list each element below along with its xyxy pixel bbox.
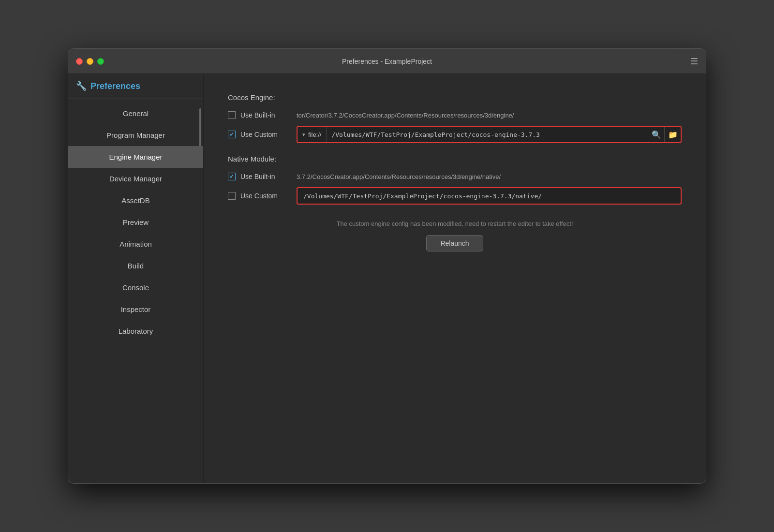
- use-custom-row: Use Custom ▾ file:// /Volumes/WTF/TestPr…: [228, 126, 682, 143]
- native-use-custom-checkbox[interactable]: [228, 192, 236, 200]
- sidebar-title: Preferences: [90, 81, 140, 91]
- minimize-button[interactable]: [87, 58, 93, 65]
- sidebar-item-preview[interactable]: Preview: [68, 211, 203, 233]
- native-custom-path-input[interactable]: [297, 187, 682, 205]
- native-module-title: Native Module:: [228, 155, 682, 163]
- custom-path-input: ▾ file:// /Volumes/WTF/TestProj/ExampleP…: [297, 126, 682, 143]
- search-icon[interactable]: 🔍: [648, 127, 664, 142]
- main-window: Preferences - ExampleProject ☰ 🔧 Prefere…: [68, 48, 706, 484]
- sidebar-item-program-manager[interactable]: Program Manager: [68, 124, 203, 146]
- maximize-button[interactable]: [97, 58, 104, 65]
- sidebar-item-assetdb[interactable]: AssetDB: [68, 190, 203, 211]
- sidebar-item-device-manager[interactable]: Device Manager: [68, 168, 203, 190]
- native-use-custom-row: Use Custom: [228, 187, 682, 205]
- sidebar-header: 🔧 Preferences: [68, 74, 203, 99]
- use-builtin-label: Use Built-in: [240, 111, 275, 119]
- use-builtin-checkbox[interactable]: [228, 111, 236, 119]
- folder-icon[interactable]: 📁: [664, 127, 681, 142]
- menu-icon[interactable]: ☰: [690, 56, 698, 67]
- close-button[interactable]: [76, 58, 83, 65]
- native-use-custom-checkbox-wrapper: Use Custom: [228, 192, 291, 200]
- native-use-builtin-label: Use Built-in: [240, 173, 275, 180]
- use-custom-checkbox[interactable]: [228, 131, 236, 138]
- preferences-icon: 🔧: [76, 81, 87, 91]
- cocos-engine-title: Cocos Engine:: [228, 93, 682, 102]
- traffic-lights: [76, 58, 104, 65]
- use-builtin-checkbox-wrapper: Use Built-in: [228, 111, 291, 119]
- native-use-custom-label: Use Custom: [240, 192, 278, 200]
- sidebar-item-animation[interactable]: Animation: [68, 233, 203, 255]
- main-layout: 🔧 Preferences General Program Manager En…: [68, 74, 706, 483]
- sidebar-item-engine-manager[interactable]: Engine Manager: [68, 146, 203, 168]
- input-actions: 🔍 📁: [648, 127, 681, 142]
- sidebar-item-general[interactable]: General: [68, 103, 203, 124]
- custom-path-text[interactable]: /Volumes/WTF/TestProj/ExampleProject/coc…: [327, 131, 648, 138]
- titlebar: Preferences - ExampleProject ☰: [68, 49, 706, 74]
- sidebar: 🔧 Preferences General Program Manager En…: [68, 74, 204, 483]
- protocol-select[interactable]: ▾ file://: [298, 127, 327, 142]
- native-use-builtin-row: Use Built-in 3.7.2/CocosCreator.app/Cont…: [228, 173, 682, 180]
- relaunch-button[interactable]: Relaunch: [426, 235, 483, 251]
- native-use-builtin-checkbox-wrapper: Use Built-in: [228, 173, 291, 180]
- notice-text: The custom engine config has been modifi…: [228, 220, 682, 227]
- sidebar-item-inspector[interactable]: Inspector: [68, 298, 203, 320]
- window-title: Preferences - ExampleProject: [342, 58, 432, 65]
- use-builtin-row: Use Built-in tor/Creator/3.7.2/CocosCrea…: [228, 111, 682, 119]
- sidebar-item-build[interactable]: Build: [68, 255, 203, 277]
- use-custom-checkbox-wrapper: Use Custom: [228, 131, 291, 138]
- native-use-builtin-path: 3.7.2/CocosCreator.app/Contents/Resource…: [297, 173, 682, 180]
- chevron-down-icon: ▾: [302, 132, 305, 138]
- content-area: Cocos Engine: Use Built-in tor/Creator/3…: [204, 74, 706, 483]
- use-custom-label: Use Custom: [240, 131, 278, 138]
- sidebar-item-laboratory[interactable]: Laboratory: [68, 320, 203, 342]
- sidebar-nav: General Program Manager Engine Manager D…: [68, 99, 203, 346]
- native-use-builtin-checkbox[interactable]: [228, 173, 236, 180]
- sidebar-item-console[interactable]: Console: [68, 277, 203, 298]
- protocol-text: file://: [308, 131, 321, 138]
- use-builtin-path: tor/Creator/3.7.2/CocosCreator.app/Conte…: [297, 112, 682, 119]
